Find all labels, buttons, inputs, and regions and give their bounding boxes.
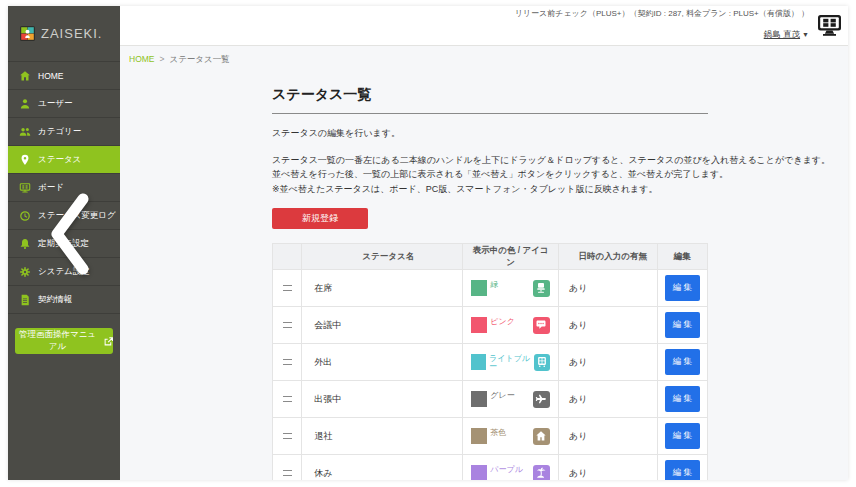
breadcrumb: HOME>ステータス一覧 bbox=[120, 46, 848, 66]
color-swatch bbox=[471, 465, 487, 480]
sidebar-item-users[interactable]: ユーザー bbox=[8, 90, 120, 118]
edit-button[interactable]: 編 集 bbox=[665, 275, 700, 301]
datetime-input-flag: あり bbox=[558, 418, 657, 455]
plan-info-text: リリース前チェック（PLUS+）（契約ID : 287, 料金プラン : PLU… bbox=[515, 8, 809, 20]
edit-button[interactable]: 編 集 bbox=[665, 460, 700, 480]
sidebar-item-label: HOME bbox=[38, 71, 64, 81]
sidebar-item-status[interactable]: ステータス bbox=[8, 146, 120, 174]
breadcrumb-home-link[interactable]: HOME bbox=[129, 54, 155, 64]
airplane-icon bbox=[533, 391, 550, 408]
status-name: 退社 bbox=[302, 418, 463, 455]
sidebar-collapse-chevron[interactable] bbox=[46, 192, 92, 280]
datetime-input-flag: あり bbox=[558, 455, 657, 480]
admin-manual-button[interactable]: 管理画面操作マニュアル bbox=[15, 328, 113, 354]
sidebar: ZAISEKI. HOME ユーザー カテゴリー ステータス ボード ステータス… bbox=[8, 6, 120, 480]
edit-button[interactable]: 編 集 bbox=[665, 312, 700, 338]
main-content: HOME>ステータス一覧 ステータス一覧 ステータスの編集を行います。 ステータ… bbox=[120, 46, 848, 480]
color-swatch bbox=[471, 391, 487, 407]
sidebar-item-label: ユーザー bbox=[38, 98, 72, 110]
header-handle bbox=[273, 244, 302, 270]
sidebar-item-contract-info[interactable]: 契約情報 bbox=[8, 286, 120, 314]
drag-handle[interactable] bbox=[283, 470, 292, 476]
sidebar-item-label: カテゴリー bbox=[38, 126, 81, 138]
map-pin-icon bbox=[19, 154, 31, 166]
sidebar-item-label: ステータス bbox=[38, 154, 81, 166]
sidebar-item-home[interactable]: HOME bbox=[8, 62, 120, 90]
table-row: 出張中 グレー あり 編 集 bbox=[273, 381, 708, 418]
datetime-input-flag: あり bbox=[558, 307, 657, 344]
zaiseki-logo-icon bbox=[20, 26, 35, 41]
description-line: ※並べ替えたステータスは、ボード、PC版、スマートフォン・タブレット版に反映され… bbox=[272, 182, 708, 196]
table-row: 退社 茶色 あり 編 集 bbox=[273, 418, 708, 455]
color-swatch bbox=[471, 354, 486, 370]
clock-icon bbox=[19, 210, 31, 222]
chevron-down-icon: ▼ bbox=[802, 30, 809, 41]
user-menu-link[interactable]: 鍋島 直茂 bbox=[764, 29, 800, 39]
datetime-input-flag: あり bbox=[558, 381, 657, 418]
top-bar: リリース前チェック（PLUS+）（契約ID : 287, 料金プラン : PLU… bbox=[120, 6, 848, 46]
house-icon bbox=[533, 428, 550, 445]
board-view-icon[interactable] bbox=[817, 14, 842, 37]
logo-text: ZAISEKI. bbox=[41, 26, 102, 41]
color-label: ライトブルー bbox=[489, 354, 534, 371]
sidebar-item-label: 契約情報 bbox=[38, 294, 72, 306]
header-edit: 編集 bbox=[657, 244, 707, 270]
color-swatch bbox=[471, 317, 487, 333]
header-color-icon: 表示中の色 / アイコン bbox=[463, 244, 559, 270]
breadcrumb-separator: > bbox=[160, 54, 165, 64]
datetime-input-flag: あり bbox=[558, 344, 657, 381]
user-icon bbox=[19, 98, 31, 110]
edit-button[interactable]: 編 集 bbox=[665, 423, 700, 449]
table-row: 休み パープル あり 編 集 bbox=[273, 455, 708, 480]
status-name: 会議中 bbox=[302, 307, 463, 344]
home-icon bbox=[19, 70, 31, 82]
status-name: 在席 bbox=[302, 270, 463, 307]
train-icon bbox=[534, 354, 550, 371]
color-label: 緑 bbox=[490, 280, 498, 289]
datetime-input-flag: あり bbox=[558, 270, 657, 307]
status-table: ステータス名 表示中の色 / アイコン 日時の入力の有無 編集 在席 緑 bbox=[272, 243, 708, 480]
drag-handle[interactable] bbox=[283, 396, 292, 402]
sidebar-item-categories[interactable]: カテゴリー bbox=[8, 118, 120, 146]
new-registration-button[interactable]: 新規登録 bbox=[272, 208, 368, 229]
color-label: パープル bbox=[490, 465, 523, 474]
board-icon bbox=[19, 182, 31, 194]
table-row: 在席 緑 あり 編 集 bbox=[273, 270, 708, 307]
bell-icon bbox=[19, 238, 31, 250]
speech-bubble-icon bbox=[533, 317, 550, 334]
drag-handle[interactable] bbox=[283, 359, 292, 365]
table-header-row: ステータス名 表示中の色 / アイコン 日時の入力の有無 編集 bbox=[273, 244, 708, 270]
description-line: 並べ替えを行った後、一覧の上部に表示される「並べ替え」ボタンをクリックすると、並… bbox=[272, 167, 708, 181]
manual-button-label: 管理画面操作マニュアル bbox=[15, 329, 100, 353]
color-label: グレー bbox=[490, 391, 514, 400]
document-icon bbox=[19, 294, 31, 306]
color-swatch bbox=[471, 428, 487, 444]
description-line: ステータス一覧の一番左にある二本線のハンドルを上下にドラッグ＆ドロップすると、ス… bbox=[272, 153, 708, 167]
breadcrumb-current: ステータス一覧 bbox=[169, 54, 229, 64]
header-datetime-input: 日時の入力の有無 bbox=[558, 244, 657, 270]
edit-button[interactable]: 編 集 bbox=[665, 349, 700, 375]
drag-handle[interactable] bbox=[283, 433, 292, 439]
status-name: 出張中 bbox=[302, 381, 463, 418]
description-text: ステータス一覧の一番左にある二本線のハンドルを上下にドラッグ＆ドロップすると、ス… bbox=[272, 153, 708, 196]
drag-handle[interactable] bbox=[283, 285, 292, 291]
page-title: ステータス一覧 bbox=[272, 86, 708, 114]
status-name: 休み bbox=[302, 455, 463, 480]
external-link-icon bbox=[104, 337, 113, 346]
color-label: 茶色 bbox=[490, 428, 506, 437]
office-chair-icon bbox=[533, 280, 550, 297]
header-status-name: ステータス名 bbox=[302, 244, 463, 270]
color-label: ピンク bbox=[490, 317, 515, 326]
logo[interactable]: ZAISEKI. bbox=[8, 6, 120, 62]
gear-icon bbox=[19, 266, 31, 278]
users-icon bbox=[19, 126, 31, 138]
status-name: 外出 bbox=[302, 344, 463, 381]
app-window: ZAISEKI. HOME ユーザー カテゴリー ステータス ボード ステータス… bbox=[8, 6, 848, 480]
color-swatch bbox=[471, 280, 487, 296]
lead-text: ステータスの編集を行います。 bbox=[272, 127, 708, 140]
edit-button[interactable]: 編 集 bbox=[665, 386, 700, 412]
table-row: 会議中 ピンク あり 編 集 bbox=[273, 307, 708, 344]
drag-handle[interactable] bbox=[283, 322, 292, 328]
table-row: 外出 ライトブルー あり 編 集 bbox=[273, 344, 708, 381]
palm-tree-icon bbox=[533, 465, 550, 480]
